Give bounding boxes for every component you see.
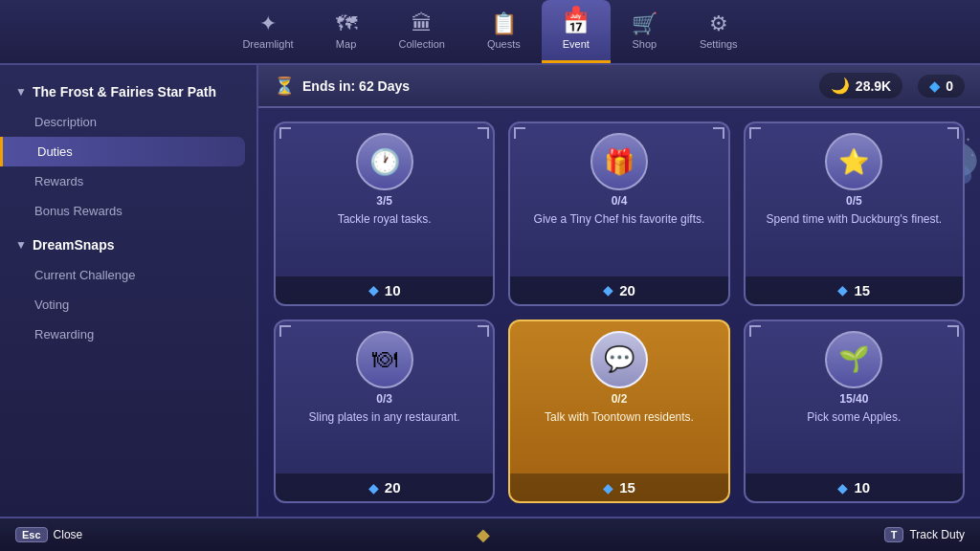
card-reward-bar-2: ◆ 20 [510, 276, 727, 304]
quests-icon: 📋 [491, 13, 517, 34]
gem-icon-2: ◆ [603, 282, 613, 298]
reward-amount-4: 20 [385, 479, 401, 496]
gem-icon: ◆ [929, 78, 940, 94]
duty-icon-clock: 🕐 [356, 133, 413, 190]
nav-item-event[interactable]: 📅 Event [542, 0, 611, 63]
sidebar-section-dreamsnaps: ▼ DreamSnaps Current Challenge Voting Re… [0, 230, 256, 349]
nav-label-dreamlight: Dreamlight [242, 38, 293, 50]
close-button[interactable]: Esc Close [15, 527, 82, 542]
sidebar-header-starpath[interactable]: ▼ The Frost & Fairies Star Path [0, 77, 256, 107]
card-corner-tl-6 [749, 325, 761, 337]
card-corner-tl-2 [514, 127, 525, 139]
duty-icon-chat: 💬 [590, 331, 648, 388]
moon-amount: 28.9K [856, 78, 891, 94]
card-reward-bar-1: ◆ 10 [276, 276, 493, 304]
gem-icon-6: ◆ [837, 480, 848, 496]
reward-amount-3: 15 [854, 282, 870, 298]
card-desc-3: Spend time with Duckburg's finest. [766, 211, 942, 271]
event-notification-dot [572, 6, 580, 13]
nav-item-settings[interactable]: ⚙ Settings [679, 0, 759, 63]
bottom-decoration: ◆ [477, 524, 490, 545]
content-area: ✦ ✦ ✦ ⏳ Ends in: 62 Days 🌙 28.9K ◆ 0 [258, 65, 980, 517]
sidebar-item-bonus-rewards[interactable]: Bonus Rewards [0, 196, 256, 226]
duty-card-3[interactable]: ⭐ 0/5 Spend time with Duckburg's finest.… [744, 121, 965, 306]
timer-info: ⏳ Ends in: 62 Days [274, 76, 410, 97]
card-corner-tl-1 [279, 127, 291, 139]
card-reward-bar-6: ◆ 10 [746, 474, 963, 501]
card-corner-tl-3 [749, 127, 761, 139]
collection-icon: 🏛 [412, 13, 433, 34]
nav-label-collection: Collection [399, 38, 445, 50]
currency-info: 🌙 28.9K ◆ 0 [819, 73, 965, 99]
card-reward-bar-4: ◆ 20 [276, 474, 493, 501]
card-progress-3: 0/5 [846, 194, 862, 208]
duty-card-1[interactable]: 🕐 3/5 Tackle royal tasks. ◆ 10 [274, 121, 495, 306]
nav-item-dreamlight[interactable]: ✦ Dreamlight [221, 0, 314, 63]
diamond-icon: ◆ [477, 524, 490, 545]
sidebar-item-rewards[interactable]: Rewards [0, 166, 256, 196]
reward-amount-2: 20 [619, 282, 635, 298]
card-progress-4: 0/3 [376, 392, 392, 406]
card-corner-tr-4 [478, 325, 489, 337]
reward-amount-1: 10 [385, 282, 401, 298]
duty-card-6[interactable]: 🌱 15/40 Pick some Apples. ◆ 10 [744, 320, 965, 504]
dreamlight-icon: ✦ [259, 13, 277, 34]
sidebar-section-starpath: ▼ The Frost & Fairies Star Path Descript… [0, 77, 256, 226]
track-key: T [884, 527, 904, 542]
track-label: Track Duty [909, 528, 965, 541]
card-corner-tr-6 [947, 325, 959, 337]
nav-item-map[interactable]: 🗺 Map [315, 0, 378, 63]
card-reward-bar-3: ◆ 15 [746, 276, 963, 304]
sidebar-header-dreamsnaps[interactable]: ▼ DreamSnaps [0, 230, 256, 260]
nav-label-map: Map [336, 38, 356, 50]
shop-icon: 🛒 [632, 13, 657, 34]
nav-item-quests[interactable]: 📋 Quests [466, 0, 542, 63]
gem-amount: 0 [946, 78, 953, 94]
card-corner-tr-2 [713, 127, 724, 139]
card-corner-tl-4 [279, 325, 291, 337]
sidebar-item-current-challenge[interactable]: Current Challenge [0, 260, 256, 290]
close-label: Close [54, 528, 83, 541]
gem-icon-5: ◆ [603, 480, 613, 496]
card-desc-1: Tackle royal tasks. [338, 211, 432, 271]
moon-currency: 🌙 28.9K [819, 73, 902, 99]
card-progress-6: 15/40 [839, 392, 868, 406]
nav-label-shop: Shop [633, 38, 657, 50]
duty-card-2[interactable]: 🎁 0/4 Give a Tiny Chef his favorite gift… [508, 121, 729, 306]
duty-icon-restaurant: 🍽 [356, 331, 413, 388]
nav-label-quests: Quests [487, 38, 521, 50]
nav-item-collection[interactable]: 🏛 Collection [378, 0, 466, 63]
sidebar-item-voting[interactable]: Voting [0, 290, 256, 320]
duty-icon-plant: 🌱 [825, 331, 882, 388]
duty-icon-star: ⭐ [825, 133, 882, 190]
duty-icon-gift: 🎁 [590, 133, 648, 190]
nav-label-event: Event [563, 38, 590, 50]
moon-icon: 🌙 [831, 77, 850, 95]
track-duty-button[interactable]: T Track Duty [884, 527, 965, 542]
main-layout: ▼ The Frost & Fairies Star Path Descript… [0, 65, 980, 517]
gem-icon-4: ◆ [368, 480, 379, 496]
timer-icon: ⏳ [274, 76, 295, 97]
map-icon: 🗺 [336, 13, 357, 34]
close-key: Esc [15, 527, 48, 542]
card-progress-1: 3/5 [376, 194, 392, 208]
sidebar-item-duties[interactable]: Duties [0, 137, 245, 166]
card-reward-bar-5: ◆ 15 [510, 474, 727, 501]
card-corner-tr-1 [478, 127, 489, 139]
duty-card-4[interactable]: 🍽 0/3 Sling plates in any restaurant. ◆ … [274, 320, 495, 504]
sidebar-item-rewarding[interactable]: Rewarding [0, 320, 256, 349]
event-icon: 📅 [563, 13, 589, 34]
card-desc-2: Give a Tiny Chef his favorite gifts. [534, 211, 705, 271]
sidebar: ▼ The Frost & Fairies Star Path Descript… [0, 65, 258, 517]
duty-card-5[interactable]: 💬 0/2 Talk with Toontown residents. ◆ 15 [508, 320, 729, 504]
gem-icon-3: ◆ [837, 282, 848, 298]
nav-item-shop[interactable]: 🛒 Shop [611, 0, 679, 63]
timer-text: Ends in: 62 Days [302, 78, 410, 94]
card-desc-6: Pick some Apples. [807, 409, 901, 469]
chevron-down-icon: ▼ [15, 85, 27, 99]
gem-icon-1: ◆ [368, 282, 379, 298]
reward-amount-5: 15 [619, 479, 635, 496]
sidebar-section-title-dreamsnaps: DreamSnaps [33, 237, 115, 253]
sidebar-item-description[interactable]: Description [0, 107, 256, 137]
bottom-bar: Esc Close ◆ T Track Duty [0, 517, 980, 551]
